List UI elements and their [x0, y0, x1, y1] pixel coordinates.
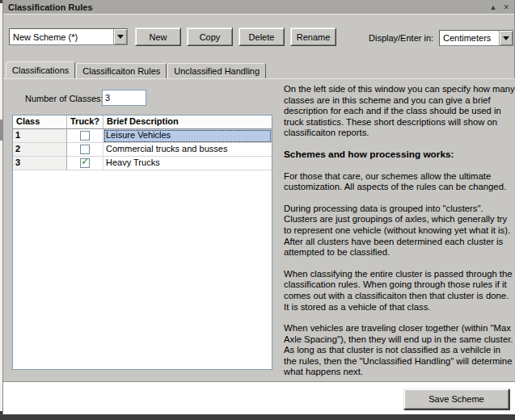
truck-checkbox-unchecked[interactable]	[80, 145, 90, 154]
scheme-select[interactable]: New Scheme (*)	[9, 28, 128, 45]
scheme-select-value: New Scheme (*)	[10, 32, 113, 42]
window-title: Classification Rules	[8, 2, 93, 12]
class-row-header-cell[interactable]: 3	[13, 157, 67, 170]
rollup-icon[interactable]: ▲	[490, 3, 497, 11]
help-paragraph: During processing data is grouped into "…	[284, 204, 515, 258]
tab-classificaiton-rules[interactable]: Classificaiton Rules	[76, 63, 167, 78]
tab-strip: Classifications Classificaiton Rules Unc…	[6, 61, 267, 78]
units-select-value: Centimeters	[440, 33, 499, 43]
table-row: 1 Leisure Vehicles	[13, 129, 272, 143]
tab-classifications[interactable]: Classifications	[6, 61, 75, 78]
description-cell[interactable]: Commercial trucks and busses	[103, 143, 272, 157]
column-header-truck[interactable]: Truck?	[67, 116, 103, 129]
save-scheme-button[interactable]: Save Scheme	[403, 388, 509, 410]
truck-cell: ✓	[67, 157, 103, 170]
footer-bar: Save Scheme	[3, 381, 515, 414]
table-header-row: Class Truck? Brief Description	[13, 116, 272, 129]
table-row: 2 Commercial trucks and busses	[13, 143, 272, 157]
titlebar-icons: ▲ ✕	[490, 3, 509, 11]
chevron-down-icon	[503, 36, 509, 40]
classification-rules-window: Classification Rules ▲ ✕ New Scheme (*) …	[2, 0, 515, 414]
number-of-classes-input[interactable]	[102, 90, 146, 106]
tab-unclassified-handling[interactable]: Unclassified Handling	[167, 63, 266, 78]
help-paragraph: When classifying the entire cluster is p…	[284, 269, 515, 313]
units-select[interactable]: Centimeters	[439, 30, 513, 46]
help-heading: Schemes and how processing works:	[284, 149, 515, 161]
table-row: 3 ✓ Heavy Trucks	[13, 157, 272, 170]
truck-checkbox-unchecked[interactable]	[80, 131, 90, 141]
copy-button[interactable]: Copy	[187, 27, 233, 46]
display-enter-in-label: Display/Enter in:	[369, 33, 433, 43]
class-row-header-cell[interactable]: 2	[13, 143, 67, 157]
classes-table: Class Truck? Brief Description 1 Leisure…	[12, 115, 272, 370]
description-cell[interactable]: Heavy Trucks	[103, 157, 272, 170]
help-text-panel: On the left side of this window you can …	[284, 84, 515, 388]
delete-button[interactable]: Delete	[239, 27, 285, 46]
description-cell-selected[interactable]: Leisure Vehicles	[103, 129, 272, 143]
truck-cell	[67, 143, 103, 157]
truck-checkbox-checked[interactable]: ✓	[80, 158, 90, 168]
new-button[interactable]: New	[135, 27, 181, 46]
column-header-class[interactable]: Class	[13, 116, 67, 129]
check-icon: ✓	[81, 157, 90, 166]
class-row-header-cell[interactable]: 1	[13, 129, 67, 143]
help-paragraph: When vehicles are traveling closer toget…	[284, 323, 515, 378]
help-paragraph: On the left side of this window you can …	[284, 84, 515, 139]
column-header-brief-description[interactable]: Brief Description	[103, 116, 272, 129]
scheme-select-arrow-button[interactable]	[113, 29, 127, 44]
rename-button[interactable]: Rename	[290, 27, 336, 46]
units-select-arrow-button[interactable]	[499, 31, 513, 45]
close-icon[interactable]: ✕	[503, 3, 509, 11]
chevron-down-icon	[117, 35, 124, 39]
help-paragraph: For those that care, our schemes allow t…	[284, 171, 515, 193]
titlebar[interactable]: Classification Rules ▲ ✕	[3, 0, 514, 15]
number-of-classes-label: Number of Classes:	[25, 94, 103, 103]
truck-cell	[67, 129, 103, 143]
